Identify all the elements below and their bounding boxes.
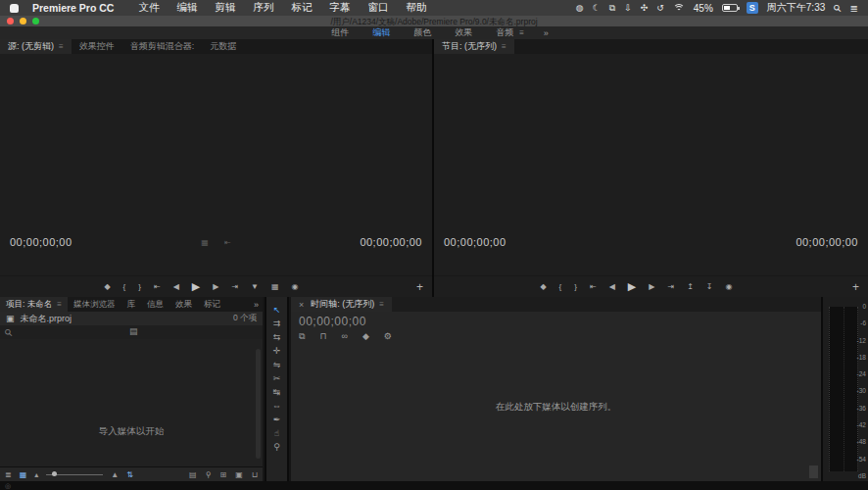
panel-menu-icon[interactable]: ≡ (59, 42, 64, 51)
tab-info[interactable]: 信息 (141, 297, 169, 312)
input-method-icon[interactable]: S (747, 2, 758, 14)
export-frame-button[interactable]: ◉ (292, 282, 299, 291)
icon-view-button[interactable]: ▦ (20, 470, 27, 479)
sort-button[interactable]: ⇅ (126, 470, 133, 479)
spotlight-icon[interactable]: ⚲ (831, 2, 844, 15)
tab-source[interactable]: 源: (无剪辑) ≡ (0, 39, 72, 54)
button-editor-button[interactable]: + (416, 281, 423, 293)
new-bin-button[interactable]: ⊞ (219, 470, 226, 479)
apple-menu-icon[interactable] (10, 4, 19, 13)
menu-clock[interactable]: 周六下午7:33 (767, 1, 825, 15)
mark-out-button[interactable]: } (574, 282, 577, 291)
panel-menu-icon[interactable]: ≡ (502, 42, 506, 51)
tab-program[interactable]: 节目: (无序列) ≡ (434, 39, 514, 54)
slip-tool[interactable]: ↹ (273, 387, 281, 397)
play-button[interactable]: ▶ (628, 280, 636, 293)
add-marker-button[interactable]: ◆ (540, 282, 546, 291)
tab-timeline[interactable]: × 时间轴: (无序列) ≡ (291, 297, 392, 312)
panel-overflow-icon[interactable]: » (254, 300, 259, 310)
app-menu-title[interactable]: Premiere Pro CC (32, 2, 114, 14)
project-media-list[interactable]: 导入媒体以开始 (0, 339, 263, 466)
lift-button[interactable]: ↥ (687, 282, 694, 291)
menu-item[interactable]: 字幕 (320, 1, 359, 15)
battery-icon[interactable] (722, 4, 738, 12)
mark-out-button[interactable]: } (138, 282, 141, 291)
menu-item[interactable]: 剪辑 (206, 1, 244, 15)
panel-menu-icon[interactable]: ≡ (379, 300, 384, 309)
workspace-tab[interactable]: 颜色 (402, 26, 443, 39)
resolution-icon[interactable]: ⇤ (224, 238, 231, 247)
menu-item[interactable]: 帮助 (397, 1, 435, 15)
step-back-button[interactable]: ◀ (173, 282, 179, 291)
menu-item[interactable]: 序列 (244, 1, 282, 15)
hand-tool[interactable]: ☝ (274, 428, 279, 438)
find-button[interactable]: ⚲ (206, 470, 212, 479)
zoom-out-icon[interactable]: ▴ (34, 470, 38, 479)
menu-item[interactable]: 标记 (282, 1, 320, 15)
slide-tool[interactable]: ⇔ (272, 401, 281, 411)
zoom-in-icon[interactable]: ▲ (111, 470, 119, 479)
workspace-tab[interactable]: 效果 (443, 26, 484, 39)
linked-selection-button[interactable]: ∞ (341, 331, 347, 342)
goto-in-button[interactable]: ⇤ (590, 282, 597, 291)
workspace-overflow-icon[interactable]: » (544, 28, 549, 38)
timeline-timecode[interactable]: 00;00;00;00 (299, 315, 366, 328)
folder-icon[interactable]: ▤ (129, 326, 138, 336)
project-search-field[interactable]: ⚲ ▤ (0, 325, 263, 339)
menu-item[interactable]: 文件 (129, 1, 168, 15)
add-marker-button[interactable]: ◆ (104, 282, 110, 291)
thumbnail-zoom-slider[interactable] (46, 474, 103, 475)
rate-stretch-tool[interactable]: ⇋ (273, 360, 281, 369)
menu-item[interactable]: 编辑 (168, 1, 206, 15)
step-forward-button[interactable]: ▶ (649, 282, 654, 291)
displays-icon[interactable]: ⧉ (609, 3, 615, 14)
control-center-icon[interactable]: ≣ (850, 3, 858, 14)
download-icon[interactable]: ⇩ (624, 3, 632, 13)
clear-button[interactable]: ⊔ (252, 470, 258, 479)
mark-in-button[interactable]: { (559, 282, 562, 291)
moon-icon[interactable]: ☾ (593, 3, 601, 13)
step-forward-button[interactable]: ▶ (213, 282, 218, 291)
panel-menu-icon[interactable]: ≡ (57, 300, 62, 309)
zoom-level-icon[interactable]: ▦ (201, 238, 209, 247)
fan-icon[interactable]: ✣ (641, 3, 649, 13)
insert-button[interactable]: ▼ (251, 282, 259, 291)
wifi-icon[interactable] (673, 4, 685, 13)
notification-icon[interactable]: ◍ (576, 3, 584, 13)
ripple-edit-tool[interactable]: ⇆ (273, 332, 281, 342)
zoom-tool[interactable]: ⚲ (273, 442, 280, 452)
time-machine-icon[interactable]: ↺ (656, 3, 664, 13)
rolling-edit-tool[interactable]: ✛ (273, 346, 281, 356)
close-panel-icon[interactable]: × (299, 300, 304, 310)
selection-tool[interactable]: ↖ (273, 305, 281, 315)
razor-tool[interactable]: ✂ (273, 373, 281, 383)
tab-metadata[interactable]: 元数据 (202, 39, 244, 54)
new-item-button[interactable]: ▣ (235, 470, 243, 479)
snap-button[interactable]: ⊓ (319, 331, 326, 342)
goto-in-button[interactable]: ⇤ (154, 282, 161, 291)
add-marker-button[interactable]: ◆ (362, 331, 369, 342)
menu-item[interactable]: 窗口 (359, 1, 397, 15)
timeline-settings-button[interactable]: ⚙ (384, 331, 392, 342)
window-title-bar[interactable]: /用户/A1234/文稿/Adobe/Premiere Pro/9.0/未命名.… (0, 16, 868, 26)
timeline-scrollbar-thumb[interactable] (809, 466, 818, 478)
extract-button[interactable]: ↧ (706, 282, 713, 291)
step-back-button[interactable]: ◀ (609, 282, 615, 291)
workspace-tab[interactable]: 编辑 (361, 26, 402, 39)
mark-in-button[interactable]: { (123, 282, 126, 291)
pen-tool[interactable]: ✒ (273, 415, 281, 424)
tab-effect-controls[interactable]: 效果控件 (72, 39, 122, 54)
project-file-row[interactable]: ▣ 未命名.prproj 0 个项 (0, 312, 263, 325)
list-view-button[interactable]: ≣ (5, 470, 12, 479)
tab-libraries[interactable]: 库 (121, 297, 141, 312)
tab-markers[interactable]: 标记 (198, 297, 226, 312)
tab-effects[interactable]: 效果 (169, 297, 198, 312)
overwrite-button[interactable]: ▦ (271, 282, 279, 291)
project-scrollbar[interactable] (256, 349, 261, 459)
button-editor-button[interactable]: + (852, 281, 859, 293)
workspace-tab[interactable]: 组件 (319, 26, 361, 39)
tab-media-browser[interactable]: 媒体浏览器 (68, 297, 121, 312)
export-frame-button[interactable]: ◉ (726, 282, 733, 291)
goto-out-button[interactable]: ⇥ (231, 282, 238, 291)
play-button[interactable]: ▶ (192, 280, 200, 293)
